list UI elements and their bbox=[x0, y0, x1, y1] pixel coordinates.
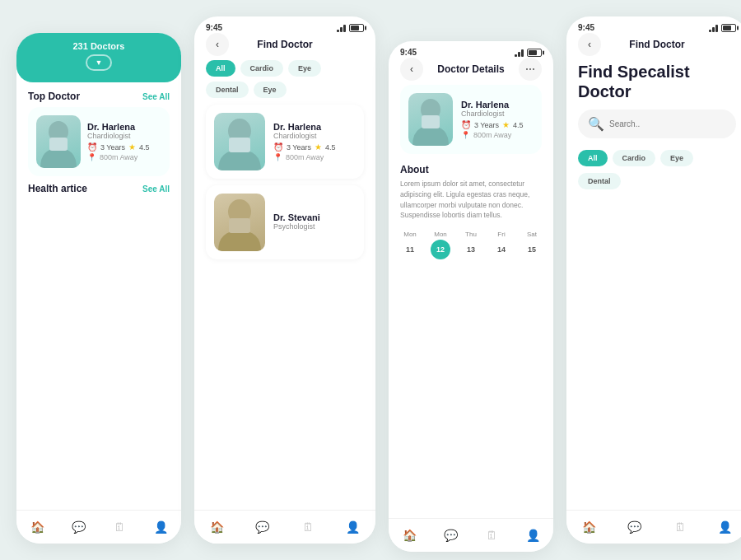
see-all-health[interactable]: See All bbox=[142, 184, 170, 194]
chip-all-2[interactable]: All bbox=[206, 60, 235, 77]
nav-profile-2[interactable]: 👤 bbox=[345, 519, 361, 535]
back-button-4[interactable]: ‹ bbox=[578, 33, 601, 56]
nav-profile-1[interactable]: 👤 bbox=[152, 519, 169, 535]
nav-home-3[interactable]: 🏠 bbox=[401, 527, 417, 544]
nav-home-4[interactable]: 🏠 bbox=[581, 519, 598, 535]
doctor-meta-1: ⏰ 3 Years ★ 4.5 bbox=[87, 142, 150, 152]
nav-calendar-4[interactable]: 🗓 bbox=[672, 519, 688, 535]
signal-icon-3 bbox=[515, 49, 524, 57]
chip-eye-4[interactable]: Eye bbox=[660, 150, 693, 166]
doctor-info-3: Dr. Harlena Chardiologist ⏰ 3 Years ★ 4.… bbox=[461, 100, 524, 139]
nav-profile-3[interactable]: 👤 bbox=[524, 527, 541, 544]
doc-name-list-2: Dr. Stevani bbox=[273, 212, 320, 222]
screen-doctor-details: 9:45 ‹ Doctor Details ⋯ bbox=[389, 41, 553, 552]
doctor-avatar-1 bbox=[36, 115, 81, 168]
chip-all-4[interactable]: All bbox=[578, 150, 608, 166]
status-icons-2 bbox=[337, 24, 364, 32]
bottom-nav-2: 🏠 💬 🗓 👤 bbox=[194, 510, 375, 544]
nav-home-1[interactable]: 🏠 bbox=[29, 519, 45, 535]
doctor-spec-3: Chardiologist bbox=[461, 110, 524, 118]
health-title: Health artice bbox=[28, 183, 87, 194]
cal-day-label-mon12: Mon bbox=[434, 231, 447, 238]
chip-dental-2[interactable]: Dental bbox=[206, 82, 249, 98]
nav-title-3: Doctor Details bbox=[437, 63, 504, 75]
clock-icon: ⏰ bbox=[87, 142, 97, 152]
doc-info-list-1: Dr. Harlena Chardiologist ⏰ 3 Years ★ 4.… bbox=[273, 122, 336, 161]
cal-day-label-mon11: Mon bbox=[403, 231, 417, 238]
battery-icon-2 bbox=[349, 24, 364, 32]
location-list-1: 📍 bbox=[273, 153, 282, 161]
time-3: 9:45 bbox=[400, 48, 417, 57]
see-all-top-doctor[interactable]: See All bbox=[142, 92, 170, 101]
cal-date-11: 11 bbox=[400, 240, 420, 259]
doc-avatar-list-1 bbox=[214, 113, 265, 170]
screen-top-doctor: 231 Doctors ▼ Top Doctor See All Dr. Har… bbox=[16, 33, 181, 544]
cal-day-mon12[interactable]: Mon 12 bbox=[431, 231, 450, 259]
about-text-3: Lorem ipsum dolor sit amet, consectetur … bbox=[400, 179, 542, 221]
search-input-4[interactable] bbox=[609, 119, 726, 128]
chip-eye2-2[interactable]: Eye bbox=[254, 82, 287, 98]
back-button-3[interactable]: ‹ bbox=[400, 58, 423, 81]
nav-home-2[interactable]: 🏠 bbox=[209, 519, 226, 535]
signal-icon-2 bbox=[337, 24, 346, 32]
svg-rect-3 bbox=[229, 138, 250, 152]
location-icon-3: 📍 bbox=[461, 131, 470, 139]
doc-spec-list-1: Chardiologist bbox=[273, 132, 336, 140]
nav-chat-3[interactable]: 💬 bbox=[442, 527, 459, 544]
big-title-text-4: Find Specalist Doctor bbox=[578, 62, 736, 101]
nav-calendar-3[interactable]: 🗓 bbox=[483, 527, 500, 544]
doctor-name-3: Dr. Harlena bbox=[461, 100, 524, 110]
nav-header-3: ‹ Doctor Details ⋯ bbox=[389, 60, 553, 82]
nav-calendar-1[interactable]: 🗓 bbox=[111, 519, 128, 535]
bottom-nav-3: 🏠 💬 🗓 👤 bbox=[389, 518, 553, 552]
doctor-experience-1: 3 Years bbox=[100, 143, 125, 152]
chip-cardio-4[interactable]: Cardio bbox=[613, 150, 656, 166]
about-section-3: About Lorem ipsum dolor sit amet, consec… bbox=[389, 161, 553, 226]
cal-date-12: 12 bbox=[431, 240, 450, 259]
doctor-rating-1: 4.5 bbox=[139, 143, 150, 152]
doc-name-list-1: Dr. Harlena bbox=[273, 122, 336, 132]
clock-icon-3: ⏰ bbox=[461, 120, 471, 129]
doc-avatar-list-2 bbox=[214, 194, 265, 251]
cal-day-fri14[interactable]: Fri 14 bbox=[492, 231, 511, 259]
nav-chat-4[interactable]: 💬 bbox=[627, 519, 643, 535]
nav-title-4: Find Doctor bbox=[629, 39, 684, 50]
doctor-card-1[interactable]: Dr. Harlena Chardiologist ⏰ 3 Years ★ 4.… bbox=[28, 107, 170, 176]
nav-header-4: ‹ Find Doctor bbox=[566, 35, 741, 57]
chip-cardio-2[interactable]: Cardio bbox=[240, 60, 284, 77]
doctor-count: 231 Doctors bbox=[28, 41, 170, 51]
cal-day-thu13[interactable]: Thu 13 bbox=[461, 231, 481, 259]
cal-day-mon11[interactable]: Mon 11 bbox=[400, 231, 420, 259]
chip-dental-4[interactable]: Dental bbox=[578, 173, 621, 189]
filter-chips-2: All Cardio Eye Dental Eye bbox=[194, 57, 375, 101]
health-header: Health artice See All bbox=[16, 176, 181, 198]
top-doctor-title: Top Doctor bbox=[28, 91, 80, 102]
time-2: 9:45 bbox=[206, 23, 222, 32]
cal-day-sat15[interactable]: Sat 15 bbox=[522, 231, 542, 259]
search-bar-4[interactable]: 🔍 bbox=[578, 110, 736, 138]
doctors-list-2: Dr. Harlena Chardiologist ⏰ 3 Years ★ 4.… bbox=[194, 101, 375, 269]
nav-calendar-2[interactable]: 🗓 bbox=[300, 519, 316, 535]
more-button-3[interactable]: ⋯ bbox=[519, 58, 542, 81]
nav-chat-2[interactable]: 💬 bbox=[254, 519, 271, 535]
star-list-1: ★ bbox=[315, 142, 322, 152]
chevron-down-icon[interactable]: ▼ bbox=[86, 54, 113, 71]
search-icon-4: 🔍 bbox=[588, 116, 604, 132]
screen-find-doctor: 9:45 ‹ Find Doctor All Cardio Eye Dental… bbox=[194, 16, 375, 544]
bottom-nav-4: 🏠 💬 🗓 👤 bbox=[566, 510, 741, 544]
top-banner: 231 Doctors ▼ bbox=[16, 33, 181, 82]
back-button-2[interactable]: ‹ bbox=[206, 33, 229, 56]
chip-eye-2[interactable]: Eye bbox=[288, 60, 321, 77]
screen-find-specialist: 9:45 ‹ Find Doctor Find Specalist Doctor… bbox=[566, 16, 741, 544]
cal-date-15: 15 bbox=[522, 240, 542, 259]
cal-day-label-fri14: Fri bbox=[497, 231, 505, 238]
doctor-location-3: 📍 800m Away bbox=[461, 131, 524, 139]
nav-profile-4[interactable]: 👤 bbox=[717, 519, 734, 535]
doc-list-item-1[interactable]: Dr. Harlena Chardiologist ⏰ 3 Years ★ 4.… bbox=[206, 105, 364, 179]
doctor-name-1: Dr. Harlena bbox=[87, 122, 150, 132]
nav-header-2: ‹ Find Doctor bbox=[194, 35, 375, 57]
nav-chat-1[interactable]: 💬 bbox=[70, 519, 86, 535]
doctor-info-1: Dr. Harlena Chardiologist ⏰ 3 Years ★ 4.… bbox=[87, 122, 150, 161]
filter-chips-4: All Cardio Eye bbox=[566, 147, 741, 171]
doc-list-item-2[interactable]: Dr. Stevani Psychologist bbox=[206, 185, 364, 259]
